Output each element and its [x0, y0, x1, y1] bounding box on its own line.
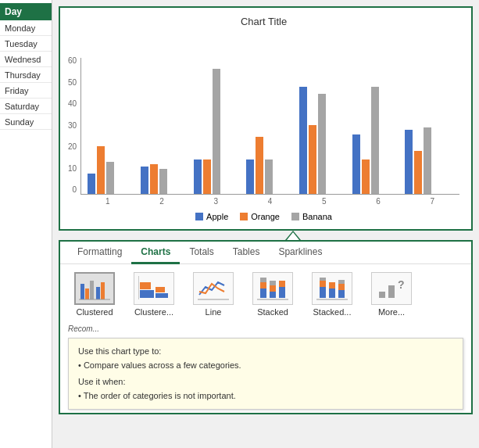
chart-option-clustered[interactable]: Clustered	[68, 272, 121, 317]
tab-formatting[interactable]: Formatting	[68, 242, 131, 264]
chart-option-more[interactable]: ? More...	[365, 272, 418, 317]
cell-saturday: Saturday	[0, 99, 52, 114]
x-label-3: 3	[189, 195, 243, 206]
bar-banana-3	[213, 69, 220, 194]
tab-tables[interactable]: Tables	[223, 242, 270, 264]
y-label-10: 10	[68, 165, 77, 173]
bar-group-6	[350, 87, 403, 194]
svg-rect-12	[260, 289, 266, 298]
tab-sparklines[interactable]: Sparklines	[269, 242, 331, 264]
clustered-bar-icon-box	[74, 272, 115, 305]
x-labels: 1 2 3 4 5 6 7	[80, 195, 459, 206]
tabs-row: Formatting Charts Totals Tables Sparklin…	[60, 242, 471, 264]
svg-rect-18	[279, 287, 285, 298]
chart-option-line-label: Line	[206, 307, 222, 317]
svg-rect-16	[270, 285, 276, 292]
bar-orange-1	[97, 146, 105, 194]
svg-rect-2	[90, 281, 94, 299]
day-header: Day	[0, 3, 52, 20]
stacked100-bar-icon	[316, 276, 348, 301]
chart-option-clustered2-label: Clustere...	[134, 307, 173, 317]
chart-option-stacked[interactable]: Stacked	[246, 272, 299, 317]
x-label-1: 1	[80, 195, 134, 206]
tooltip-line1: Use this chart type to:	[78, 345, 453, 359]
chart-legend: Apple Orange Banana	[68, 212, 459, 221]
svg-rect-31	[388, 285, 395, 298]
chart-option-line[interactable]: Line	[187, 272, 240, 317]
svg-rect-8	[155, 293, 168, 298]
bar-apple-4	[246, 159, 254, 194]
cell-monday: Monday	[0, 20, 52, 36]
y-label-0: 0	[73, 186, 77, 194]
svg-rect-19	[279, 281, 285, 287]
bar-apple-5	[299, 87, 307, 194]
bar-orange-2	[150, 164, 158, 194]
chart-option-stacked2[interactable]: Stacked...	[306, 272, 359, 317]
legend-apple-label: Apple	[206, 212, 228, 221]
svg-rect-28	[338, 280, 345, 284]
svg-rect-17	[270, 281, 276, 285]
svg-rect-7	[140, 282, 151, 289]
chart-option-clustered-label: Clustered	[76, 307, 113, 317]
bar-group-7	[402, 127, 456, 194]
svg-rect-1	[85, 289, 89, 299]
bar-apple-7	[405, 130, 413, 194]
tab-charts[interactable]: Charts	[131, 242, 180, 264]
tooltip-line3: Use it when:	[78, 375, 453, 389]
tooltip-line2: • Compare values across a few categories…	[78, 359, 453, 373]
chart-area: 0 10 20 30 40 50 60	[68, 34, 459, 206]
recommend-label: Recom...	[60, 324, 471, 338]
bar-group-2	[138, 164, 191, 194]
chart-option-stacked-label: Stacked	[257, 307, 288, 317]
bar-orange-3	[203, 159, 211, 194]
bar-group-5	[297, 87, 350, 194]
y-label-60: 60	[68, 57, 77, 65]
tab-totals[interactable]: Totals	[180, 242, 223, 264]
chart-option-stacked2-label: Stacked...	[313, 307, 352, 317]
svg-rect-0	[80, 284, 84, 299]
svg-rect-30	[379, 292, 385, 298]
svg-rect-14	[260, 278, 266, 282]
cell-wednesday: Wednesd	[0, 52, 52, 67]
content-area: Chart Title 0 10 20 30 40 50 60	[52, 0, 479, 448]
line-chart-icon	[198, 276, 229, 301]
tooltip-line4: • The order of categories is not importa…	[78, 389, 453, 403]
x-label-5: 5	[297, 195, 351, 206]
legend-orange-dot	[240, 213, 248, 220]
bar-orange-4	[256, 137, 263, 194]
legend-banana-label: Banana	[302, 212, 332, 221]
bar-orange-5	[309, 125, 316, 194]
spreadsheet-sidebar: Day Monday Tuesday Wednesd Thursday Frid…	[0, 0, 52, 448]
triangle-inner	[287, 232, 299, 240]
legend-orange: Orange	[240, 212, 280, 221]
svg-rect-13	[260, 282, 266, 289]
line-icon-box	[193, 272, 234, 305]
bar-apple-3	[194, 159, 202, 194]
chart-option-more-label[interactable]: More...	[378, 307, 405, 317]
legend-apple-dot	[195, 213, 203, 220]
chart-title: Chart Title	[68, 16, 459, 27]
cell-thursday: Thursday	[0, 67, 52, 83]
x-label-2: 2	[134, 195, 188, 206]
stacked-bar-icon	[257, 276, 288, 301]
triangle-connector	[285, 231, 301, 240]
clustered-bar2-icon	[138, 276, 170, 301]
bar-banana-5	[318, 94, 326, 194]
bar-banana-2	[159, 169, 167, 194]
cell-tuesday: Tuesday	[0, 36, 52, 52]
bar-orange-6	[362, 159, 370, 194]
bar-banana-1	[106, 162, 114, 194]
more-charts-icon: ?	[376, 276, 407, 301]
y-label-50: 50	[68, 79, 77, 87]
y-axis: 0 10 20 30 40 50 60	[68, 57, 77, 206]
bars-wrapper	[80, 58, 459, 195]
svg-rect-3	[96, 287, 100, 299]
cell-sunday: Sunday	[0, 114, 52, 130]
svg-rect-23	[320, 278, 326, 281]
chart-option-clustered2[interactable]: Clustere...	[127, 272, 181, 317]
svg-text:?: ?	[398, 278, 405, 291]
svg-rect-9	[155, 287, 165, 292]
bar-apple-2	[141, 167, 148, 194]
more-icon-box: ?	[371, 272, 412, 305]
bar-banana-7	[424, 127, 431, 194]
